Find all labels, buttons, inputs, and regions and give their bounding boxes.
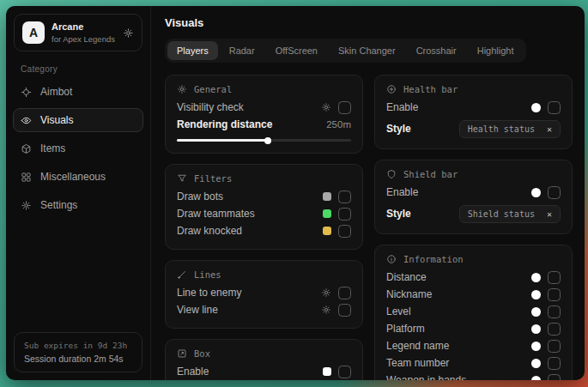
card-information: Information Distance Nickname — [374, 245, 573, 380]
card-title: Health bar — [403, 84, 458, 94]
color-swatch[interactable] — [323, 227, 331, 235]
setting-row: Draw bots — [177, 188, 351, 205]
setting-label: Weapon in hands — [386, 374, 531, 380]
setting-row: Distance — [386, 269, 561, 286]
color-swatch[interactable] — [531, 359, 541, 368]
checkbox[interactable] — [338, 101, 351, 114]
color-swatch[interactable] — [531, 342, 541, 351]
color-swatch[interactable] — [323, 192, 331, 201]
line-icon — [177, 269, 187, 280]
color-swatch[interactable] — [323, 367, 331, 376]
setting-label: Visibility check — [177, 101, 321, 113]
slider-value: 250m — [326, 119, 351, 130]
sidebar-item-aimbot[interactable]: Aimbot — [13, 80, 143, 104]
setting-row: Enable — [386, 99, 561, 116]
gear-icon[interactable] — [321, 305, 331, 315]
checkbox[interactable] — [548, 101, 561, 114]
checkbox[interactable] — [338, 366, 351, 378]
setting-label: Style — [386, 208, 459, 220]
tab-radar[interactable]: Radar — [220, 41, 264, 60]
card-general: General Visibility check — [165, 75, 363, 154]
style-select[interactable]: Health status ✕ — [459, 120, 561, 138]
checkbox[interactable] — [338, 287, 351, 299]
plus-circle-icon — [386, 84, 397, 94]
app-logo: A — [22, 21, 45, 44]
color-swatch[interactable] — [323, 209, 331, 218]
sidebar-item-settings[interactable]: Settings — [13, 193, 143, 217]
sidebar-item-label: Items — [40, 142, 65, 154]
checkbox[interactable] — [548, 288, 561, 301]
checkbox[interactable] — [338, 190, 351, 203]
sidebar-item-label: Miscellaneous — [40, 171, 106, 183]
sidebar-item-miscellaneous[interactable]: Miscellaneous — [13, 165, 143, 189]
checkbox[interactable] — [548, 374, 561, 381]
color-swatch[interactable] — [531, 307, 541, 317]
setting-label: Level — [386, 305, 531, 317]
checkbox[interactable] — [548, 340, 561, 353]
close-icon[interactable]: ✕ — [547, 209, 552, 219]
category-label: Category — [21, 64, 150, 74]
style-row: Style Health status ✕ — [386, 118, 561, 139]
card-shield-bar: Shield bar Enable Style Shield status — [374, 160, 573, 234]
card-title: Box — [194, 348, 210, 359]
funnel-icon — [177, 173, 187, 184]
slider-knob[interactable] — [264, 137, 271, 144]
color-swatch[interactable] — [531, 376, 541, 381]
sidebar-item-visuals[interactable]: Visuals — [13, 108, 143, 132]
sidebar: A Arcane for Apex Legends Category Aimbo… — [6, 6, 151, 380]
tab-skin-changer[interactable]: Skin Changer — [329, 41, 405, 60]
setting-label: Enable — [386, 186, 531, 198]
checkbox[interactable] — [548, 323, 561, 336]
checkbox[interactable] — [338, 304, 351, 317]
tab-crosshair[interactable]: Crosshair — [407, 41, 466, 60]
setting-row: Line to enemy — [177, 284, 351, 301]
close-icon[interactable]: ✕ — [547, 124, 552, 134]
render-distance-slider[interactable] — [177, 139, 351, 142]
checkbox[interactable] — [548, 271, 561, 284]
checkbox[interactable] — [548, 186, 561, 199]
crosshair-icon — [21, 87, 32, 98]
card-title: Lines — [194, 269, 221, 280]
gear-icon[interactable] — [321, 287, 331, 298]
checkbox[interactable] — [338, 225, 351, 238]
info-icon — [386, 254, 397, 264]
setting-label: Style — [386, 123, 459, 135]
gear-icon — [177, 84, 187, 94]
sidebar-item-items[interactable]: Items — [13, 136, 143, 160]
color-swatch[interactable] — [531, 324, 541, 334]
checkbox[interactable] — [338, 208, 351, 221]
style-select[interactable]: Shield status ✕ — [459, 205, 561, 223]
setting-row: Draw knocked — [177, 222, 351, 239]
setting-label: Platform — [386, 323, 531, 335]
sidebar-item-label: Visuals — [40, 114, 73, 126]
setting-label: Draw knocked — [177, 225, 323, 237]
setting-row: Nickname — [386, 286, 561, 303]
gear-icon[interactable] — [123, 27, 134, 39]
game-background: A Arcane for Apex Legends Category Aimbo… — [0, 0, 588, 387]
setting-row: Visibility check — [177, 99, 351, 116]
color-swatch[interactable] — [531, 103, 541, 112]
setting-row: Legend name — [386, 337, 561, 354]
sidebar-item-label: Aimbot — [40, 86, 72, 98]
setting-label: Rendering distance — [177, 118, 326, 130]
gear-icon[interactable] — [321, 102, 331, 112]
style-row: Style Shield status ✕ — [386, 203, 561, 224]
color-swatch[interactable] — [531, 273, 541, 282]
card-lines: Lines Line to enemy Vie — [165, 260, 363, 329]
setting-row: Platform — [386, 320, 561, 337]
settings-grid: General Visibility check — [165, 75, 573, 380]
tab-highlight[interactable]: Highlight — [468, 41, 524, 60]
tab-bar: Players Radar OffScreen Skin Changer Cro… — [165, 39, 526, 63]
tab-offscreen[interactable]: OffScreen — [266, 41, 327, 60]
tab-players[interactable]: Players — [167, 41, 218, 60]
color-swatch[interactable] — [531, 290, 541, 299]
sidebar-item-label: Settings — [40, 199, 77, 211]
checkbox[interactable] — [548, 305, 561, 318]
subscription-info: Sub expires in 9d 23h Session duration 2… — [14, 332, 142, 372]
checkbox[interactable] — [548, 357, 561, 370]
card-filters: Filters Draw bots Draw teammates — [165, 164, 363, 250]
left-column: General Visibility check — [165, 75, 363, 380]
color-swatch[interactable] — [531, 188, 541, 197]
shield-icon — [386, 169, 397, 179]
cheat-menu-window: A Arcane for Apex Legends Category Aimbo… — [6, 6, 585, 380]
